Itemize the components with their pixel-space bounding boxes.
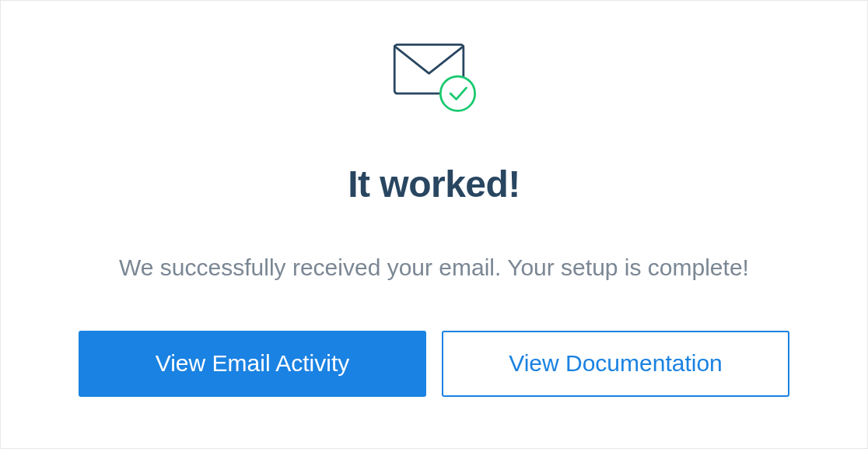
button-label: View Documentation: [509, 350, 723, 377]
svg-point-1: [440, 76, 474, 110]
confirmation-panel: It worked! We successfully received your…: [0, 0, 868, 449]
confirmation-subtext: We successfully received your email. You…: [119, 252, 749, 284]
button-row: View Email Activity View Documentation: [79, 331, 789, 397]
view-documentation-button[interactable]: View Documentation: [442, 331, 789, 397]
email-success-icon: [387, 38, 481, 116]
button-label: View Email Activity: [156, 350, 350, 377]
confirmation-heading: It worked!: [348, 163, 520, 205]
view-email-activity-button[interactable]: View Email Activity: [79, 331, 426, 397]
